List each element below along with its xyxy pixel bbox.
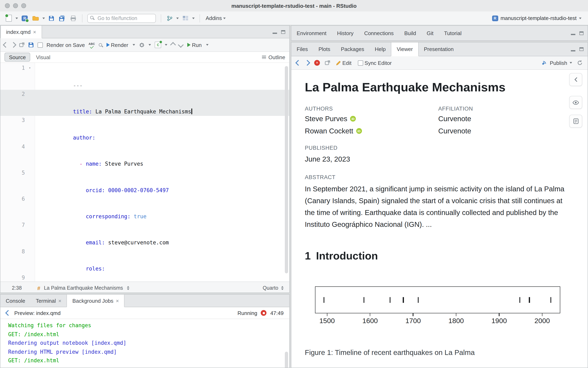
close-tab-icon[interactable]: × [116, 298, 119, 304]
code-editor[interactable]: 1 ▾ --- 2 title: La Palma Earthquake Mec… [0, 63, 289, 282]
environment-tab[interactable]: Environment [291, 26, 332, 40]
next-section-icon[interactable] [178, 42, 184, 48]
close-window-button[interactable] [5, 3, 10, 8]
minimize-window-button[interactable] [13, 3, 18, 8]
code-line[interactable]: 8 roles: [0, 247, 289, 273]
new-file-dropdown-icon[interactable] [16, 17, 18, 19]
environment-tab[interactable]: History [332, 26, 359, 40]
main-toolbar: R Addins [0, 11, 588, 25]
panes-layout-button[interactable] [182, 13, 189, 23]
author-row: Steve Purves iD [305, 113, 438, 125]
orcid-icon[interactable]: iD [350, 116, 356, 122]
insert-chunk-icon[interactable]: C [155, 42, 161, 48]
render-button[interactable]: Render [105, 40, 129, 50]
code-line[interactable]: 5 orcid: 0000-0002-0760-5497 [0, 168, 289, 195]
environment-tab[interactable]: Tutorial [439, 26, 467, 40]
line-number: 6 [0, 195, 25, 203]
fold-toggle-icon[interactable]: ▾ [25, 64, 35, 73]
code-line[interactable]: 1 ▾ --- [0, 64, 289, 90]
sync-editor-checkbox[interactable] [358, 60, 363, 65]
doc-type-selector[interactable]: Quarto [263, 285, 284, 291]
console-scrollbar[interactable] [285, 352, 288, 368]
code-text: author: [35, 116, 95, 142]
project-menu-button[interactable]: R manuscript-template-rstudio-test [492, 15, 583, 21]
minimize-pane-icon[interactable] [571, 34, 575, 35]
edit-button[interactable]: Edit [335, 58, 352, 68]
run-button[interactable]: Run [187, 40, 202, 50]
editor-scrollbar[interactable] [285, 66, 288, 273]
render-on-save-checkbox[interactable] [37, 42, 43, 47]
environment-tab[interactable]: Git [421, 26, 439, 40]
console-tab[interactable]: Terminal × [30, 294, 66, 307]
version-control-dropdown-icon[interactable] [176, 17, 179, 19]
code-line[interactable]: 6 corresponding: true [0, 195, 289, 221]
viewer-pane-tab[interactable]: Presentation [418, 42, 459, 56]
insert-chunk-dropdown-icon[interactable] [165, 44, 167, 46]
find-replace-icon[interactable] [99, 43, 102, 46]
collapse-sidebar-button[interactable] [569, 73, 582, 86]
environment-tab[interactable]: Connections [359, 26, 399, 40]
console-tab[interactable]: Background Jobs × [67, 294, 125, 307]
render-dropdown-icon[interactable] [133, 44, 135, 46]
maximize-pane-icon[interactable] [579, 31, 584, 35]
new-note-button[interactable] [569, 115, 582, 128]
viewer-pane-tab[interactable]: Plots [313, 42, 336, 56]
save-all-button[interactable] [58, 13, 66, 23]
section-selector[interactable]: # La Palma Earthquake Mechanisms [37, 283, 130, 293]
maximize-pane-icon[interactable] [579, 47, 584, 51]
tab-index-qmd[interactable]: index.qmd × [0, 26, 42, 38]
popout-icon[interactable] [19, 42, 25, 47]
spellcheck-icon[interactable]: ABC [89, 42, 95, 47]
forward-icon[interactable] [11, 42, 16, 48]
viewer-pane-tab[interactable]: Viewer [391, 42, 418, 56]
code-line[interactable]: 4 - name: Steve Purves [0, 142, 289, 168]
publish-button[interactable]: Publish [541, 60, 572, 66]
source-mode-button[interactable]: Source [4, 53, 30, 62]
show-annotations-button[interactable] [569, 96, 582, 109]
gear-icon[interactable] [139, 42, 145, 48]
close-tab-icon[interactable]: × [58, 298, 61, 304]
viewer-pane-tab[interactable]: Help [369, 42, 391, 56]
new-file-button[interactable] [5, 13, 13, 23]
addins-button[interactable]: Addins [205, 13, 227, 23]
code-line[interactable]: 7 email: steve@curvenote.com [0, 221, 289, 247]
viewer-content[interactable]: La Palma Earthquake Mechanisms AUTHORS S… [291, 70, 588, 368]
console-tab[interactable]: Console [0, 294, 30, 307]
open-recent-dropdown-icon[interactable] [42, 17, 45, 19]
new-project-button[interactable]: R [21, 13, 28, 23]
outline-button[interactable]: Outline [262, 54, 285, 60]
go-to-file-input[interactable] [87, 14, 156, 23]
back-to-jobs-icon[interactable] [5, 310, 11, 316]
gear-dropdown-icon[interactable] [149, 44, 151, 46]
panes-dropdown-icon[interactable] [192, 17, 195, 19]
viewer-pane-tab[interactable]: Packages [336, 42, 369, 56]
print-button[interactable] [69, 13, 77, 23]
version-control-button[interactable] [166, 13, 174, 23]
maximize-pane-icon[interactable] [281, 30, 285, 34]
open-file-button[interactable] [31, 13, 40, 23]
code-line[interactable]: 9 - Investigation [0, 273, 289, 282]
minimize-pane-icon[interactable] [571, 50, 575, 51]
viewer-back-icon[interactable] [295, 60, 301, 66]
stop-job-icon[interactable] [261, 310, 267, 316]
clear-viewer-icon[interactable]: × [314, 60, 320, 66]
run-dropdown-icon[interactable] [206, 44, 209, 46]
back-icon[interactable] [3, 42, 9, 48]
orcid-icon[interactable]: iD [356, 128, 362, 134]
refresh-icon[interactable] [577, 60, 583, 66]
close-tab-icon[interactable]: × [33, 29, 36, 35]
previous-section-icon[interactable] [170, 42, 176, 48]
popout-icon[interactable] [325, 60, 330, 65]
code-line[interactable]: 3 author: [0, 116, 289, 142]
zoom-window-button[interactable] [21, 3, 26, 8]
job-output[interactable]: Watching files for changesGET: /index.ht… [0, 319, 289, 368]
save-button[interactable] [48, 13, 55, 23]
code-line[interactable]: 2 title: La Palma Earthquake Mechanisms [0, 90, 289, 116]
sync-editor-control[interactable]: Sync Editor [357, 58, 393, 68]
visual-mode-button[interactable]: Visual [32, 53, 54, 61]
save-icon[interactable] [28, 42, 34, 48]
minimize-pane-icon[interactable] [273, 33, 277, 34]
viewer-forward-icon[interactable] [304, 60, 310, 66]
viewer-pane-tab[interactable]: Files [291, 42, 313, 56]
environment-tab[interactable]: Build [399, 26, 421, 40]
